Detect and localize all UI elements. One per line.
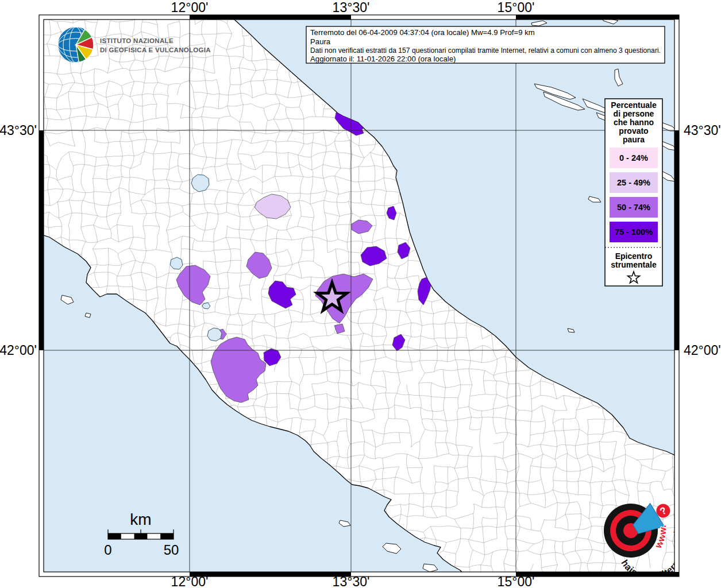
scale-bar-end: 50 [164, 542, 179, 558]
legend-title-line-4: provato [619, 126, 648, 136]
legend-label-3: 75 - 100% [615, 227, 653, 237]
axis-label-lat-right-0: 43°30' [684, 123, 721, 138]
axis-label-lon-bottom-2: 15°00' [498, 574, 535, 588]
legend-title-line-5: paura [623, 135, 645, 144]
legend-title-line-2: di persone [614, 109, 654, 118]
axis-label-lon-top-0: 12°00' [171, 0, 209, 15]
legend-label-1: 25 - 49% [617, 178, 650, 187]
title-line-4: Aggiornato il: 11-01-2026 22:00 (ora loc… [310, 55, 456, 63]
axis-label-lat-left-1: 42°00' [0, 343, 37, 358]
axis-label-lon-bottom-1: 13°30' [333, 574, 370, 588]
title-line-2: Paura [310, 37, 331, 46]
legend-label-0: 0 - 24% [619, 153, 648, 163]
scale-bar-start: 0 [104, 542, 111, 558]
title-box: Terremoto del 06-04-2009 04:37:04 (ora l… [306, 26, 665, 63]
ingv-name-line-1: ISTITUTO NAZIONALE [100, 37, 173, 44]
title-line-1: Terremoto del 06-04-2009 04:37:04 (ora l… [310, 28, 535, 37]
axis-label-lat-right-1: 42°00' [684, 343, 721, 358]
ingv-name-line-2: DI GEOFISICA E VULCANOLOGIA [100, 47, 211, 53]
axis-label-lat-left-0: 43°30' [0, 123, 37, 138]
legend-title-line-1: Percentuale [611, 100, 657, 110]
legend-title-line-3: che hanno [614, 118, 654, 127]
legend-label-2: 50 - 74% [617, 203, 650, 212]
legend-epicenter-line-1: Epicentro [615, 252, 653, 261]
scale-bar-unit: km [130, 510, 151, 528]
map-page: km 0 50 ? haisentitoilterremoto.it www [0, 0, 721, 588]
axis-label-lon-top-1: 13°30' [333, 0, 370, 15]
axis-label-lon-top-2: 15°00' [498, 0, 535, 15]
axis-label-lon-bottom-0: 12°00' [171, 574, 209, 588]
title-line-3: Dati non verificati estratti da 157 ques… [310, 46, 661, 55]
legend-epicenter-line-2: strumentale [611, 260, 657, 269]
legend: Percentuale di persone che hanno provato… [605, 99, 662, 286]
